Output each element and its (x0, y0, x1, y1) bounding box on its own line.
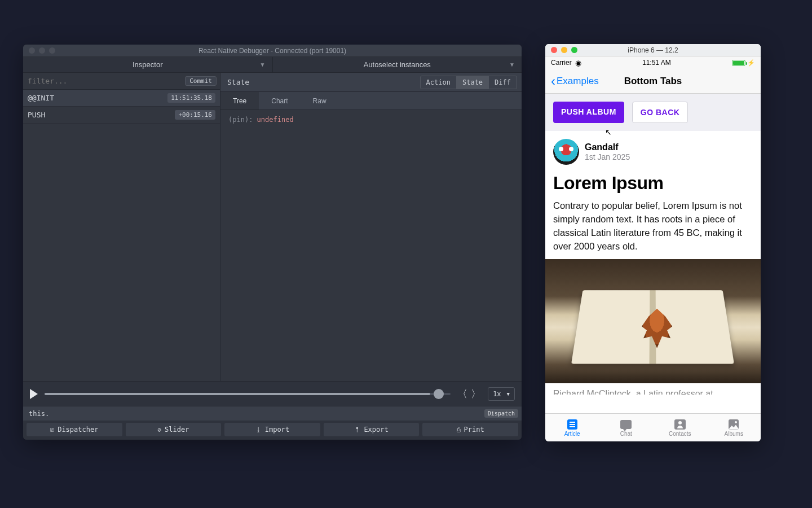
cli-row: this. Dispatch (23, 406, 522, 421)
step-back-icon[interactable]: 〈 (457, 387, 467, 401)
dispatcher-button[interactable]: ⎚Dispatcher (27, 423, 122, 436)
commit-button[interactable]: Commit (185, 76, 217, 86)
simulator-window: iPhone 6 — 12.2 Carrier ◉ 11:51 AM ⚡ ‹ E… (545, 44, 761, 441)
state-header: State Action State Diff (220, 73, 522, 92)
close-icon[interactable] (29, 47, 35, 54)
timeline-track[interactable] (45, 393, 451, 395)
speed-label: 1x (493, 390, 501, 398)
step-forward-icon[interactable]: 〉 (471, 387, 481, 401)
slider-button[interactable]: ⊘Slider (126, 423, 222, 436)
filter-row: Commit (23, 73, 220, 90)
chat-icon (620, 420, 632, 429)
tab-contacts-label: Contacts (669, 431, 691, 437)
push-album-button[interactable]: PUSH ALBUM (553, 102, 624, 123)
colon: : (249, 116, 257, 124)
article-body: Contrary to popular belief, Lorem Ipsum … (545, 197, 761, 259)
subtab-chart[interactable]: Chart (259, 92, 300, 110)
print-button[interactable]: ⎙Print (422, 423, 518, 436)
import-label: Import (265, 426, 289, 433)
contacts-icon (674, 419, 686, 430)
timeline-fill (45, 393, 430, 395)
tab-article[interactable]: Article (545, 414, 599, 441)
chevron-down-icon: ▼ (507, 391, 510, 397)
sim-titlebar[interactable]: iPhone 6 — 12.2 (545, 44, 761, 56)
chevron-down-icon[interactable]: ▼ (260, 62, 266, 68)
chevron-down-icon[interactable]: ▼ (509, 62, 515, 68)
tree-body: (pin): undefined (220, 110, 522, 381)
main-split: Commit @@INIT 11:51:35.18 PUSH +00:15.16… (23, 73, 522, 381)
go-back-button[interactable]: GO BACK (632, 102, 689, 123)
charging-icon: ⚡ (747, 59, 755, 67)
ios-status-bar: Carrier ◉ 11:51 AM ⚡ (545, 56, 761, 69)
wifi-icon: ◉ (575, 59, 581, 67)
sim-title: iPhone 6 — 12.2 (628, 46, 678, 54)
window-controls[interactable] (551, 47, 577, 53)
window-controls[interactable] (29, 47, 55, 54)
play-icon[interactable] (30, 389, 38, 399)
nav-bar: ‹ Examples Bottom Tabs (545, 69, 761, 94)
article-truncated: Richard McClintock, a Latin professor at (545, 383, 761, 395)
tab-albums-label: Albums (725, 431, 743, 437)
zoom-icon[interactable] (49, 47, 55, 54)
albums-icon (729, 419, 739, 430)
tab-contacts[interactable]: Contacts (653, 414, 707, 441)
pin-label[interactable]: (pin) (228, 116, 249, 124)
tab-chat[interactable]: Chat (599, 414, 654, 441)
timeline-knob[interactable] (434, 389, 444, 399)
step-arrows: 〈 〉 (457, 387, 481, 401)
action-item-init[interactable]: @@INIT 11:51:35.18 (23, 90, 220, 107)
action-name: @@INIT (28, 94, 54, 102)
zoom-icon[interactable] (571, 47, 577, 53)
pin-value: undefined (257, 116, 294, 124)
speed-select[interactable]: 1x ▼ (488, 387, 515, 401)
chevron-left-icon: ‹ (551, 75, 555, 88)
tab-article-label: Article (564, 431, 580, 437)
action-item-push[interactable]: PUSH +00:15.16 (23, 107, 220, 124)
debugger-window: React Native Debugger - Connected (port … (23, 45, 522, 440)
battery-icon (732, 60, 745, 66)
tab-inspector[interactable]: Inspector ▼ (23, 57, 273, 72)
tab-chat-label: Chat (620, 431, 632, 437)
bottom-buttons: ⎚Dispatcher ⊘Slider ⭳Import ⭱Export ⎙Pri… (23, 421, 522, 440)
export-button[interactable]: ⭱Export (324, 423, 420, 436)
action-timestamp: 11:51:35.18 (167, 93, 215, 103)
filter-input[interactable] (28, 77, 185, 85)
print-icon: ⎙ (457, 426, 461, 433)
status-time: 11:51 AM (642, 59, 671, 67)
carrier-label: Carrier (551, 59, 572, 67)
print-label: Print (464, 426, 484, 433)
minimize-icon[interactable] (39, 47, 45, 54)
export-label: Export (364, 426, 388, 433)
seg-diff[interactable]: Diff (489, 76, 517, 89)
window-title: React Native Debugger - Connected (port … (198, 47, 346, 55)
dispatcher-icon: ⎚ (50, 426, 54, 433)
seg-action[interactable]: Action (421, 76, 457, 89)
import-button[interactable]: ⭳Import (224, 423, 320, 436)
tab-autoselect-label: Autoselect instances (364, 60, 431, 69)
top-tabs: Inspector ▼ Autoselect instances ▼ (23, 57, 522, 73)
cli-input[interactable]: this. (29, 410, 49, 418)
back-button[interactable]: ‹ Examples (551, 75, 599, 88)
export-icon: ⭱ (354, 426, 360, 433)
tab-albums[interactable]: Albums (707, 414, 761, 441)
tab-inspector-label: Inspector (133, 60, 162, 69)
nav-title: Bottom Tabs (624, 76, 682, 87)
seg-state[interactable]: State (457, 76, 489, 89)
debugger-titlebar[interactable]: React Native Debugger - Connected (port … (23, 45, 522, 57)
author-name: Gandalf (585, 142, 630, 152)
article-icon (567, 419, 577, 430)
state-subtabs: Tree Chart Raw (220, 92, 522, 110)
timeline: 〈 〉 1x ▼ (23, 381, 522, 406)
author-row: Gandalf 1st Jan 2025 (545, 131, 761, 168)
minimize-icon[interactable] (561, 47, 567, 53)
subtab-tree[interactable]: Tree (220, 92, 259, 110)
action-pane: Commit @@INIT 11:51:35.18 PUSH +00:15.16 (23, 73, 220, 381)
slider-icon: ⊘ (157, 426, 161, 433)
dispatcher-label: Dispatcher (58, 426, 98, 433)
tab-autoselect[interactable]: Autoselect instances ▼ (273, 57, 522, 72)
subtab-raw[interactable]: Raw (301, 92, 339, 110)
dispatch-button[interactable]: Dispatch (484, 409, 518, 418)
close-icon[interactable] (551, 47, 557, 53)
import-icon: ⭳ (255, 426, 262, 433)
state-pane: State Action State Diff Tree Chart Raw (… (220, 73, 522, 381)
